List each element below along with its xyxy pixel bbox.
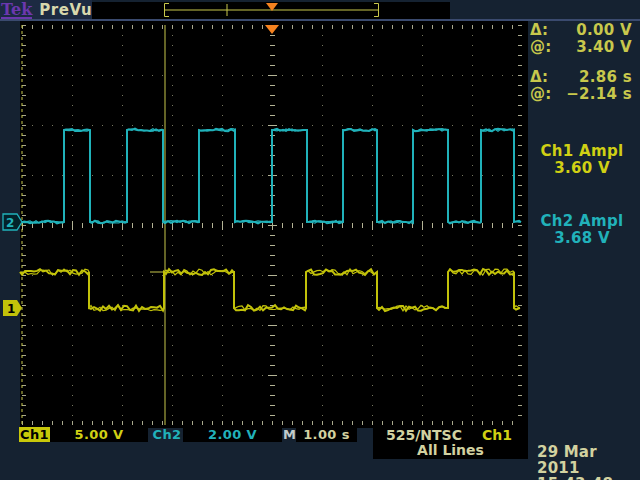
trigger-mode: All Lines: [373, 443, 528, 458]
cursor-delta-t-label: Δ:: [530, 69, 548, 86]
trigger-standard: 525/NTSC: [386, 428, 462, 443]
cursor-readout-panel: Δ: 0.00 V @: 3.40 V Δ: 2.86 s @: −2.14 s: [530, 22, 632, 103]
ch1-ampl-value: 3.60 V: [526, 160, 638, 177]
ch2-channel-badge: Ch2: [151, 427, 183, 442]
cursor-delta-t-value: 2.86 s: [579, 69, 632, 86]
cursor-at-v-row: @: 3.40 V: [530, 39, 632, 56]
ch1-ampl-label: Ch1 Ampl: [526, 143, 638, 160]
cursor-at-v-label: @:: [530, 39, 552, 56]
cursor-delta-v-row: Δ: 0.00 V: [530, 22, 632, 39]
cursor-delta-v-value: 0.00 V: [576, 22, 632, 39]
trigger-info-box: 525/NTSC Ch1 All Lines: [373, 427, 528, 459]
timebase-badge: M: [283, 427, 296, 442]
cursor-delta-t-row: Δ: 2.86 s: [530, 69, 632, 86]
ch1-marker-label: 1: [7, 302, 15, 316]
trigger-standard-row: 525/NTSC Ch1: [373, 427, 528, 443]
time-label: 15:43:48: [537, 476, 637, 480]
cursor-at-t-row: @: −2.14 s: [530, 86, 632, 103]
cursor-at-v-value: 3.40 V: [576, 39, 632, 56]
graticule-center-horizontal-major-ticks: [22, 221, 522, 230]
ch2-marker-label: 2: [6, 216, 14, 230]
datetime-readout: 29 Mar 2011 15:43:48: [537, 444, 637, 480]
trigger-source: Ch1: [482, 428, 512, 443]
date-label: 29 Mar 2011: [537, 444, 637, 476]
cursor-at-t-label: @:: [530, 86, 552, 103]
record-view-strip: [92, 2, 450, 19]
tek-logo: Tek: [1, 2, 32, 19]
ch1-channel-badge: Ch1: [19, 427, 50, 442]
ch1-amplitude-measurement: Ch1 Ampl 3.60 V: [526, 143, 638, 177]
oscilloscope-screen: Tek PreVu 21 Δ: 0.00 V @: 3.40 V Δ: 2.86…: [0, 0, 640, 480]
cursor-at-t-value: −2.14 s: [566, 86, 632, 103]
cursor-delta-v-label: Δ:: [530, 22, 548, 39]
ch2-scale-readout: 2.00 V: [183, 427, 282, 442]
acquisition-mode-label: PreVu: [39, 1, 92, 19]
ch2-amplitude-measurement: Ch2 Ampl 3.68 V: [526, 213, 638, 247]
timebase-readout: 1.00 s: [296, 427, 357, 442]
ch2-ampl-value: 3.68 V: [526, 230, 638, 247]
header: Tek PreVu: [0, 0, 92, 20]
ch1-scale-readout: 5.00 V: [50, 427, 148, 442]
ch2-ampl-label: Ch2 Ampl: [526, 213, 638, 230]
